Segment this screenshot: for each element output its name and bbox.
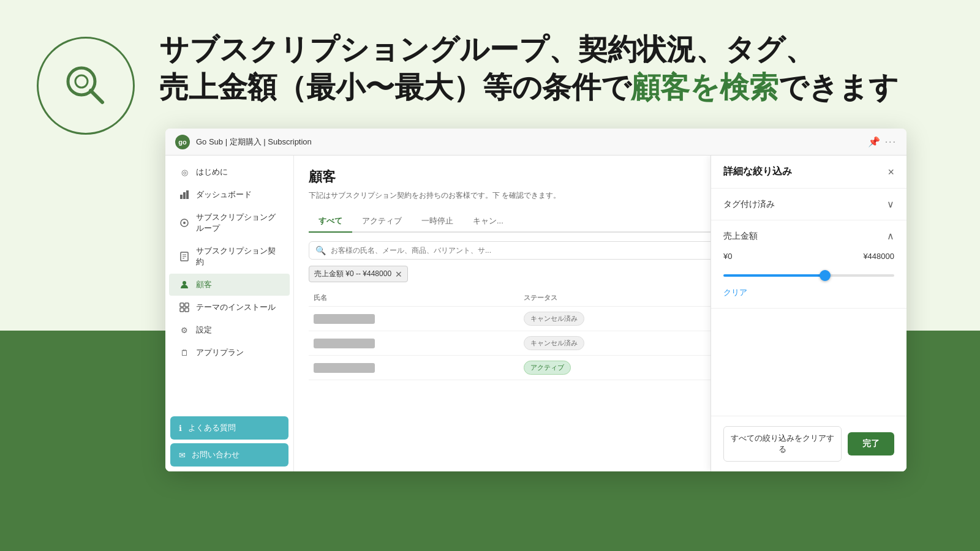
filter-section-tag: タグ付け済み ∨	[711, 189, 907, 220]
sidebar-item-label-contracts: サブスクリプション契約	[196, 246, 280, 268]
settings-icon: ⚙	[179, 324, 190, 335]
sidebar-nav: ◎ はじめに ダッシュボード サブスクリプショングループ	[165, 156, 293, 411]
search-icon	[58, 58, 113, 113]
customer-status-cell: アクティブ	[519, 356, 727, 380]
contact-label: お問い合わせ	[192, 449, 239, 460]
slider-labels: ¥0 ¥448000	[723, 252, 894, 261]
sales-range-slider[interactable]	[723, 274, 894, 277]
filter-section-tag-header[interactable]: タグ付け済み ∨	[711, 189, 907, 220]
sidebar-item-settings[interactable]: ⚙ 設定	[169, 319, 290, 341]
hero-title-highlight: 顧客を検索	[631, 71, 778, 103]
contact-icon: ✉	[179, 451, 186, 460]
sidebar-item-themes[interactable]: テーマのインストール	[169, 296, 290, 318]
name-placeholder	[314, 314, 375, 324]
contact-button[interactable]: ✉ お問い合わせ	[170, 443, 288, 467]
filter-section-tag-title: タグ付け済み	[723, 199, 775, 210]
filter-panel-title: 詳細な絞り込み	[723, 165, 792, 178]
sidebar-item-plan[interactable]: 🗒 アプリプラン	[169, 342, 290, 364]
chevron-up-icon: ∧	[887, 230, 894, 242]
filter-panel-body: タグ付け済み ∨ 売上金額 ∧ ¥0 ¥44800	[711, 189, 907, 416]
filter-panel: 詳細な絞り込み × タグ付け済み ∨ 売上金額	[710, 156, 907, 471]
filter-panel-close-button[interactable]: ×	[888, 167, 894, 178]
sidebar-item-customers[interactable]: 顧客	[169, 274, 290, 296]
tab-cancelled[interactable]: キャン...	[463, 211, 513, 233]
customer-name-cell	[309, 331, 519, 356]
filter-tag-sales: 売上金額 ¥0 -- ¥448000 ✕	[309, 266, 408, 282]
app-window: go Go Sub | 定期購入 | Subscription 📌 ··· ◎ …	[165, 129, 907, 471]
name-placeholder	[314, 339, 375, 348]
slider-container	[723, 268, 894, 279]
svg-point-12	[183, 281, 186, 285]
svg-rect-15	[180, 308, 184, 312]
filter-section-sales-header[interactable]: 売上金額 ∧	[711, 220, 907, 252]
title-bar-text: Go Sub | 定期購入 | Subscription	[196, 137, 862, 148]
status-badge: キャンセル済み	[524, 312, 584, 326]
col-header-name: 氏名	[309, 290, 519, 307]
faq-icon: ℹ	[179, 424, 182, 433]
status-badge: キャンセル済み	[524, 336, 584, 350]
filter-tag-close-icon[interactable]: ✕	[395, 269, 402, 279]
sidebar-bottom: ℹ よくある質問 ✉ お問い合わせ	[165, 411, 293, 471]
sidebar-item-contracts[interactable]: サブスクリプション契約	[169, 240, 290, 273]
hero-title-line2-end: できます	[778, 71, 899, 103]
svg-point-2	[75, 75, 88, 88]
plan-icon: 🗒	[179, 347, 190, 358]
pin-icon[interactable]: 📌	[868, 136, 880, 148]
search-icon: 🔍	[315, 246, 326, 255]
more-icon[interactable]: ···	[885, 137, 897, 148]
filter-section-sales: 売上金額 ∧ ¥0 ¥448000 クリア	[711, 220, 907, 309]
col-header-status: ステータス	[519, 290, 727, 307]
svg-line-1	[91, 91, 102, 102]
svg-rect-14	[185, 303, 189, 307]
svg-rect-13	[180, 303, 184, 307]
title-bar: go Go Sub | 定期購入 | Subscription 📌 ···	[165, 129, 907, 156]
customers-icon	[179, 279, 190, 290]
slider-min-label: ¥0	[723, 252, 732, 261]
tab-all[interactable]: すべて	[309, 211, 352, 233]
hero-icon-circle	[37, 37, 135, 135]
customer-name-cell	[309, 356, 519, 380]
faq-label: よくある質問	[188, 422, 236, 433]
hero-title-line1: サブスクリプショングループ、契約状況、タグ、	[159, 33, 815, 66]
sidebar-item-groups[interactable]: サブスクリプショングループ	[169, 206, 290, 239]
sidebar-item-intro[interactable]: ◎ はじめに	[169, 161, 290, 183]
clear-sales-filter-link[interactable]: クリア	[723, 288, 747, 297]
sidebar-item-label-groups: サブスクリプショングループ	[196, 212, 280, 234]
intro-icon: ◎	[179, 167, 190, 178]
sidebar-item-label-customers: 顧客	[196, 279, 212, 290]
tab-active[interactable]: アクティブ	[352, 211, 412, 233]
sidebar-item-label-intro: はじめに	[196, 167, 228, 178]
filter-panel-header: 詳細な絞り込み ×	[711, 156, 907, 189]
app-logo-text: go	[178, 138, 186, 146]
app-logo: go	[175, 135, 190, 149]
sidebar-item-label-dashboard: ダッシュボード	[196, 189, 252, 200]
contracts-icon	[179, 251, 190, 262]
status-badge: アクティブ	[524, 361, 571, 375]
chevron-down-icon: ∨	[887, 198, 894, 210]
sidebar-item-label-themes: テーマのインストール	[196, 302, 276, 313]
tab-paused[interactable]: 一時停止	[412, 211, 463, 233]
sidebar-item-dashboard[interactable]: ダッシュボード	[169, 184, 290, 206]
filter-section-sales-content: ¥0 ¥448000 クリア	[711, 252, 907, 308]
slider-max-label: ¥448000	[863, 252, 894, 261]
svg-rect-16	[185, 308, 189, 312]
done-button[interactable]: 完了	[848, 432, 894, 455]
hero-title-line2-plain: 売上金額（最小〜最大）等の条件で	[159, 71, 631, 103]
dashboard-icon	[179, 189, 190, 200]
clear-all-filters-button[interactable]: すべての絞り込みをクリアする	[723, 426, 842, 462]
main-content: 顧客 下記はサブスクリプション契約をお持ちのお客様です。下 を確認できます。 す…	[294, 156, 907, 471]
filter-panel-footer: すべての絞り込みをクリアする 完了	[711, 416, 907, 471]
filter-tag-label: 売上金額 ¥0 -- ¥448000	[314, 269, 391, 279]
sidebar-item-label-plan: アプリプラン	[196, 347, 244, 358]
sidebar-item-label-settings: 設定	[196, 324, 212, 335]
groups-icon	[179, 217, 190, 228]
app-body: ◎ はじめに ダッシュボード サブスクリプショングループ	[165, 156, 907, 471]
customer-status-cell: キャンセル済み	[519, 307, 727, 331]
hero-title: サブスクリプショングループ、契約状況、タグ、 売上金額（最小〜最大）等の条件で顧…	[159, 31, 943, 107]
sidebar: ◎ はじめに ダッシュボード サブスクリプショングループ	[165, 156, 294, 471]
customer-name-cell	[309, 307, 519, 331]
faq-button[interactable]: ℹ よくある質問	[170, 416, 288, 440]
svg-rect-4	[183, 192, 186, 199]
hero-text: サブスクリプショングループ、契約状況、タグ、 売上金額（最小〜最大）等の条件で顧…	[159, 31, 943, 107]
name-placeholder	[314, 363, 375, 373]
